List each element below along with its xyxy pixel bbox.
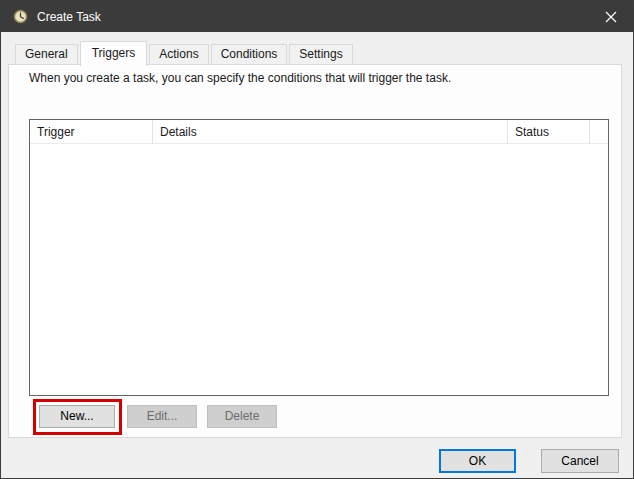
tab-strip: General Triggers Actions Conditions Sett… bbox=[15, 40, 355, 65]
triggers-description: When you create a task, you can specify … bbox=[29, 71, 604, 86]
cancel-button[interactable]: Cancel bbox=[541, 449, 619, 473]
tab-triggers[interactable]: Triggers bbox=[80, 41, 148, 66]
trigger-list[interactable]: Trigger Details Status bbox=[29, 119, 609, 396]
delete-button[interactable]: Delete bbox=[207, 405, 277, 428]
column-header-filler bbox=[590, 120, 608, 144]
trigger-list-header: Trigger Details Status bbox=[30, 120, 608, 144]
triggers-tab-page: When you create a task, you can specify … bbox=[8, 64, 622, 438]
column-header-trigger[interactable]: Trigger bbox=[30, 120, 153, 144]
create-task-dialog: Create Task General Triggers Actions Con… bbox=[0, 0, 634, 479]
close-button[interactable] bbox=[588, 1, 633, 32]
ok-button[interactable]: OK bbox=[439, 449, 516, 473]
tab-general[interactable]: General bbox=[15, 44, 78, 65]
close-icon bbox=[605, 11, 617, 23]
window-title: Create Task bbox=[37, 10, 101, 24]
tab-settings[interactable]: Settings bbox=[289, 44, 352, 65]
tab-conditions[interactable]: Conditions bbox=[211, 44, 288, 65]
tab-actions[interactable]: Actions bbox=[149, 44, 208, 65]
edit-button[interactable]: Edit... bbox=[127, 405, 197, 428]
window-titlebar: Create Task bbox=[1, 1, 633, 32]
column-header-details[interactable]: Details bbox=[153, 120, 508, 144]
trigger-list-body[interactable] bbox=[30, 144, 608, 395]
column-header-status[interactable]: Status bbox=[508, 120, 590, 144]
new-button[interactable]: New... bbox=[39, 405, 115, 428]
clock-icon bbox=[13, 9, 28, 24]
